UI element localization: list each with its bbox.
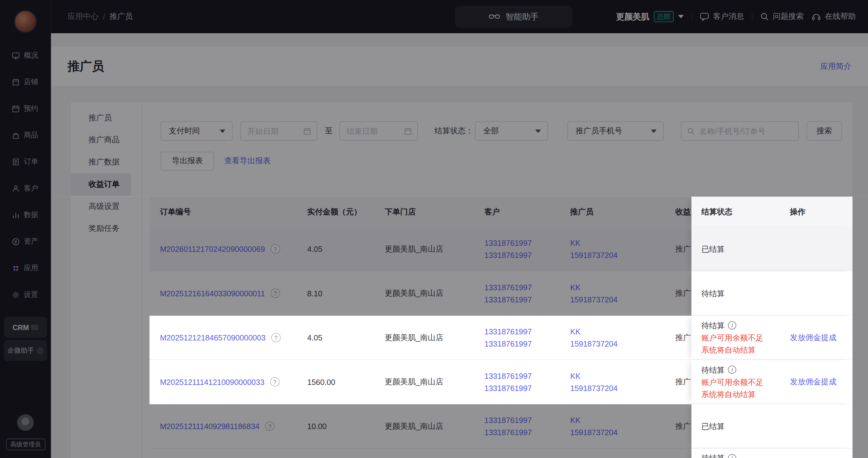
promoter-name-link[interactable]: KK [570, 414, 580, 426]
monitor-icon [11, 51, 20, 59]
start-date-input[interactable] [247, 127, 297, 136]
promoter-name-link[interactable]: KK [570, 237, 580, 249]
sidebar-item-crm[interactable]: CRM [4, 317, 47, 338]
app-intro-link[interactable]: 应用简介 [820, 61, 851, 71]
end-date-field[interactable] [339, 121, 418, 141]
order-number-link[interactable]: M20251212184657090000003 [160, 331, 266, 343]
question-icon[interactable]: ? [271, 288, 280, 298]
keyword-search-field[interactable] [681, 121, 799, 141]
subnav-reward-tasks[interactable]: 奖励任务 [71, 218, 142, 240]
sidebar-item-overview[interactable]: 概况 [0, 42, 51, 68]
headset-icon [812, 12, 821, 21]
info-icon[interactable]: i [728, 366, 736, 374]
customer-phone-link[interactable]: 13318761997 [485, 414, 532, 426]
promoter-name-link[interactable]: KK [570, 325, 580, 337]
sidebar-item-booking[interactable]: 预约 [0, 95, 51, 122]
amount-cell: 4.05 [307, 227, 322, 271]
customer-phone-link[interactable]: 13318761997 [485, 382, 532, 394]
store-switcher[interactable]: 更颜美肌 总部 [616, 11, 684, 22]
info-icon[interactable]: i [728, 321, 736, 330]
calendar-icon [11, 105, 20, 113]
status-text: 待结算 [702, 319, 725, 331]
dim-overlay [852, 197, 868, 458]
subnav-advanced-settings[interactable]: 高级设置 [71, 196, 142, 218]
customer-phone-link[interactable]: 13318761997 [485, 281, 532, 293]
customer-phone-link[interactable]: 13318761997 [485, 293, 532, 306]
glasses-icon [489, 12, 500, 21]
fixed-columns: 待结算i 账户可用余额不足 系统将自动结算 发放佣金提成 [691, 316, 852, 360]
customer-cell: 13318761997 13318761997 [485, 316, 532, 360]
insufficient-balance-warning: 账户可用余额不足 [702, 376, 764, 388]
income-cell: 推广 [675, 316, 691, 360]
subnav-promoter[interactable]: 推广员 [71, 107, 142, 129]
settle-status-dropdown[interactable]: 全部 [475, 121, 548, 141]
chat-bubble-icon [700, 12, 709, 21]
online-help-button[interactable]: 在线帮助 [812, 11, 856, 22]
question-icon[interactable]: ? [271, 244, 280, 254]
promoter-phone-dropdown[interactable]: 推广员手机号 [567, 121, 663, 141]
sidebar-item-orders[interactable]: 订单 [0, 148, 51, 175]
customer-phone-link[interactable]: 13318761997 [485, 370, 532, 382]
promoter-phone-link[interactable]: 15918737204 [570, 249, 618, 261]
export-report-button[interactable]: 导出报表 [160, 152, 214, 171]
income-cell: 推广 [675, 271, 691, 315]
sidebar-item-settings[interactable]: 设置 [0, 281, 51, 308]
promoter-name-link[interactable]: KK [570, 281, 580, 293]
sidebar-item-apps[interactable]: 应用 [0, 255, 51, 281]
promoter-phone-link[interactable]: 15918737204 [570, 382, 618, 394]
subnav-promo-goods[interactable]: 推广商品 [71, 129, 142, 151]
question-icon[interactable]: ? [270, 377, 279, 387]
col-amount: 实付金额（元） [307, 197, 361, 227]
subnav-promo-data[interactable]: 推广数据 [71, 151, 142, 173]
sidebar-item-customers[interactable]: 客户 [0, 175, 51, 202]
customer-messages-button[interactable]: 客户消息 [700, 11, 744, 22]
user-avatar[interactable] [17, 414, 34, 431]
promoter-phone-link[interactable]: 15918737204 [570, 426, 618, 438]
order-number-link[interactable]: M20251216164033090000011 [160, 287, 265, 299]
promoter-cell: KK 15918737204 [570, 271, 618, 315]
shop-icon [11, 78, 20, 86]
brand-avatar[interactable] [14, 10, 37, 33]
time-type-dropdown[interactable]: 支付时间 [160, 121, 232, 141]
order-number-link[interactable]: M2025121114092981186834 [160, 420, 259, 432]
search-button[interactable]: 搜索 [807, 121, 842, 141]
apps-grid-icon [11, 264, 20, 272]
sidebar-item-store[interactable]: 店铺 [0, 69, 51, 95]
pay-commission-link[interactable]: 发放佣金提成 [790, 333, 837, 343]
status-text: 待结算 [702, 452, 725, 458]
customer-phone-link[interactable]: 13318761997 [485, 325, 532, 337]
page-title: 推广员 [68, 58, 104, 75]
subnav-income-orders[interactable]: 收益订单 [71, 173, 131, 196]
income-cell: 推广 [675, 227, 691, 271]
chevron-down-icon [220, 130, 225, 133]
breadcrumb-app-center[interactable]: 应用中心 [68, 11, 99, 22]
pay-commission-link[interactable]: 发放佣金提成 [790, 377, 837, 387]
question-icon[interactable]: ? [265, 422, 275, 431]
hq-badge: 总部 [654, 11, 674, 22]
question-icon[interactable]: ? [271, 333, 281, 342]
order-number-link[interactable]: M20260112170242090000069 [160, 243, 265, 255]
smart-assistant-button[interactable]: 智能助手 [455, 5, 572, 28]
col-promoter: 推广员 [570, 197, 593, 227]
view-export-report-link[interactable]: 查看导出报表 [224, 152, 271, 171]
promoter-phone-link[interactable]: 15918737204 [570, 293, 618, 306]
info-icon[interactable]: i [728, 454, 736, 458]
start-date-field[interactable] [240, 121, 317, 141]
promoter-phone-link[interactable]: 15918737204 [570, 337, 618, 350]
end-date-input[interactable] [347, 127, 397, 136]
sidebar-item-data[interactable]: 数据 [0, 202, 51, 228]
customer-phone-link[interactable]: 13318761997 [485, 249, 532, 261]
keyword-search-input[interactable] [699, 127, 788, 136]
sidebar-item-wecom-assistant[interactable]: 企微助手 [4, 340, 47, 361]
customer-phone-link[interactable]: 13318761997 [485, 237, 532, 249]
sidebar-item-assets[interactable]: 资产 [0, 228, 51, 255]
sidebar-item-goods[interactable]: 商品 [0, 122, 51, 148]
customer-cell: 13318761997 13318761997 [485, 227, 532, 271]
promoter-name-link[interactable]: KK [570, 370, 580, 382]
question-search-button[interactable]: 问题搜索 [760, 11, 804, 22]
bag-icon [11, 131, 20, 139]
order-number-link[interactable]: M20251211141210090000033 [160, 376, 265, 388]
customer-phone-link[interactable]: 13318761997 [485, 426, 532, 438]
customer-phone-link[interactable]: 13318761997 [485, 337, 532, 350]
fixed-columns: 待结算 [691, 271, 852, 315]
